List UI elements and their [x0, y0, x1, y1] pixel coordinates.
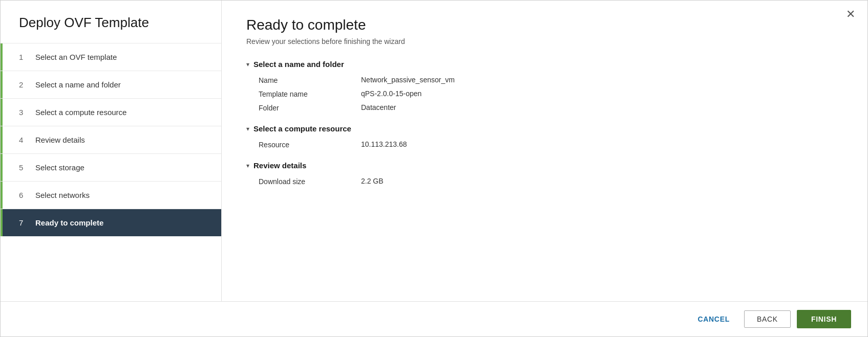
- section-compute-resource: ▾ Select a compute resource Resource 10.…: [246, 124, 843, 149]
- chevron-down-icon-2: ▾: [246, 125, 249, 132]
- field-value-folder: Datacenter: [361, 103, 396, 111]
- step3-label: Select a compute resource: [35, 108, 126, 117]
- chevron-down-icon-3: ▾: [246, 162, 249, 169]
- step7-number: 7: [19, 218, 27, 227]
- page-subtitle: Review your selections before finishing …: [246, 37, 843, 46]
- section-review-details-body: Download size 2.2 GB: [246, 177, 843, 186]
- step2-label: Select a name and folder: [35, 80, 121, 89]
- field-label-name: Name: [259, 76, 361, 84]
- section-name-folder-body: Name Network_passive_sensor_vm Template …: [246, 76, 843, 112]
- sidebar-item-step6[interactable]: 6 Select networks: [1, 181, 221, 209]
- section-review-details: ▾ Review details Download size 2.2 GB: [246, 161, 843, 186]
- step2-number: 2: [19, 80, 27, 89]
- field-row-download-size: Download size 2.2 GB: [259, 177, 843, 186]
- section-name-folder: ▾ Select a name and folder Name Network_…: [246, 60, 843, 112]
- deploy-ovf-dialog: Deploy OVF Template 1 Select an OVF temp…: [0, 0, 868, 337]
- sidebar-steps: 1 Select an OVF template 2 Select a name…: [1, 43, 221, 301]
- section-review-details-title: Review details: [253, 161, 306, 170]
- field-label-template-name: Template name: [259, 89, 361, 98]
- field-label-folder: Folder: [259, 103, 361, 112]
- finish-button[interactable]: FINISH: [797, 310, 851, 328]
- step6-label: Select networks: [35, 191, 90, 199]
- close-button[interactable]: ✕: [846, 9, 855, 20]
- page-title: Ready to complete: [246, 17, 843, 33]
- step7-label: Ready to complete: [35, 218, 103, 227]
- field-row-template-name: Template name qPS-2.0.0-15-open: [259, 89, 843, 98]
- step3-number: 3: [19, 108, 27, 117]
- dialog-footer: CANCEL BACK FINISH: [1, 301, 867, 336]
- field-row-name: Name Network_passive_sensor_vm: [259, 76, 843, 84]
- sidebar: Deploy OVF Template 1 Select an OVF temp…: [1, 1, 222, 301]
- field-value-name: Network_passive_sensor_vm: [361, 76, 455, 84]
- section-compute-resource-body: Resource 10.113.213.68: [246, 140, 843, 149]
- section-name-folder-header[interactable]: ▾ Select a name and folder: [246, 60, 843, 69]
- step4-label: Review details: [35, 136, 85, 144]
- back-button[interactable]: BACK: [744, 310, 791, 328]
- step6-number: 6: [19, 191, 27, 199]
- step5-label: Select storage: [35, 163, 84, 172]
- section-review-details-header[interactable]: ▾ Review details: [246, 161, 843, 170]
- sidebar-item-step7[interactable]: 7 Ready to complete: [1, 209, 221, 236]
- sidebar-item-step5[interactable]: 5 Select storage: [1, 153, 221, 181]
- section-compute-resource-header[interactable]: ▾ Select a compute resource: [246, 124, 843, 133]
- field-row-folder: Folder Datacenter: [259, 103, 843, 112]
- sidebar-item-step4[interactable]: 4 Review details: [1, 126, 221, 153]
- step4-number: 4: [19, 136, 27, 144]
- field-label-download-size: Download size: [259, 177, 361, 186]
- step5-number: 5: [19, 163, 27, 172]
- field-value-resource: 10.113.213.68: [361, 140, 407, 148]
- section-compute-resource-title: Select a compute resource: [253, 124, 351, 133]
- sidebar-item-step3[interactable]: 3 Select a compute resource: [1, 98, 221, 126]
- field-row-resource: Resource 10.113.213.68: [259, 140, 843, 149]
- field-label-resource: Resource: [259, 140, 361, 149]
- step1-number: 1: [19, 53, 27, 61]
- field-value-download-size: 2.2 GB: [361, 177, 384, 185]
- field-value-template-name: qPS-2.0.0-15-open: [361, 89, 421, 98]
- section-name-folder-title: Select a name and folder: [253, 60, 344, 69]
- cancel-button[interactable]: CANCEL: [689, 311, 738, 327]
- step1-label: Select an OVF template: [35, 53, 117, 61]
- chevron-down-icon: ▾: [246, 61, 249, 68]
- sidebar-item-step1[interactable]: 1 Select an OVF template: [1, 43, 221, 71]
- dialog-body: Deploy OVF Template 1 Select an OVF temp…: [1, 1, 867, 301]
- main-content: ✕ Ready to complete Review your selectio…: [222, 1, 867, 301]
- sidebar-item-step2[interactable]: 2 Select a name and folder: [1, 71, 221, 98]
- sidebar-title: Deploy OVF Template: [1, 1, 221, 43]
